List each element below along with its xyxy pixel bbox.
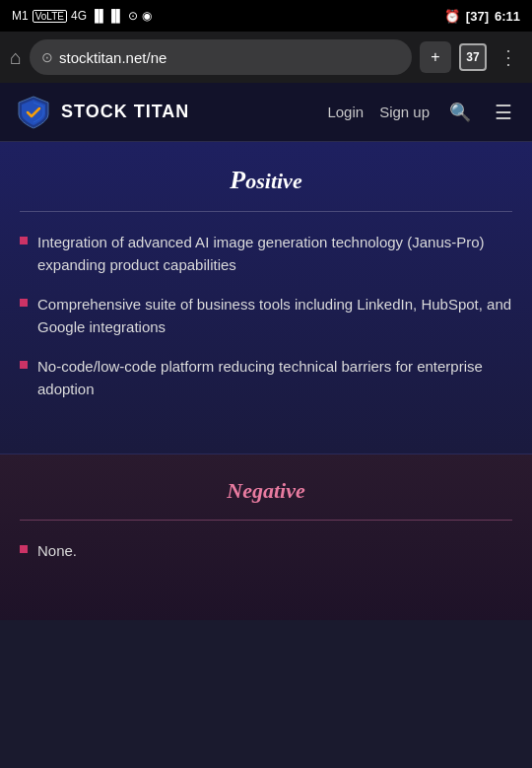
time-label: 6:11	[495, 9, 520, 24]
url-bar[interactable]: ⊙ stocktitan.net/ne	[30, 39, 412, 75]
positive-divider	[20, 211, 512, 212]
add-tab-button[interactable]: +	[420, 41, 451, 73]
negative-item-1: None.	[37, 540, 77, 563]
positive-bullet-list: Integration of advanced AI image generat…	[20, 232, 512, 400]
list-item: Integration of advanced AI image generat…	[20, 232, 512, 276]
bullet-icon	[20, 299, 28, 307]
site-header: STOCK TITAN Login Sign up 🔍 ☰	[0, 83, 532, 142]
bullet-icon	[20, 545, 28, 553]
negative-divider	[20, 520, 512, 521]
carrier-label: M1	[12, 9, 29, 23]
positive-title: Positive	[20, 166, 512, 195]
status-left: M1 VoLTE 4G ▐▌▐▌ ⊙ ◉	[12, 9, 152, 23]
signup-link[interactable]: Sign up	[379, 104, 430, 120]
tab-count-button[interactable]: 37	[459, 43, 487, 71]
positive-item-2: Comprehensive suite of business tools in…	[37, 294, 512, 338]
home-icon[interactable]: ⌂	[10, 46, 22, 69]
positive-section: Positive Integration of advanced AI imag…	[0, 142, 532, 454]
list-item: None.	[20, 540, 512, 563]
browser-bar: ⌂ ⊙ stocktitan.net/ne + 37 ⋮	[0, 32, 532, 83]
status-bar: M1 VoLTE 4G ▐▌▐▌ ⊙ ◉ ⏰ [37] 6:11	[0, 0, 532, 32]
main-content: Positive Integration of advanced AI imag…	[0, 142, 532, 620]
nav-links: Login Sign up 🔍 ☰	[327, 97, 516, 128]
site-info-icon: ⊙	[41, 49, 53, 65]
instagram-icon: ◉	[142, 9, 152, 23]
signal-icon: ▐▌▐▌	[91, 9, 124, 23]
alarm-icon: ⏰	[444, 9, 460, 24]
logo-text: STOCK TITAN	[61, 102, 189, 122]
more-options-button[interactable]: ⋮	[495, 41, 522, 73]
logo-container: STOCK TITAN	[16, 95, 327, 130]
logo-shield-icon	[16, 95, 51, 130]
network-label: 4G	[71, 9, 87, 23]
volte-label: VoLTE	[33, 10, 67, 23]
negative-bullet-list: None.	[20, 540, 512, 563]
negative-section: Negative None.	[0, 454, 532, 620]
status-right: ⏰ [37] 6:11	[444, 9, 520, 24]
positive-item-1: Integration of advanced AI image generat…	[37, 232, 512, 276]
list-item: No-code/low-code platform reducing techn…	[20, 356, 512, 400]
url-text[interactable]: stocktitan.net/ne	[59, 49, 400, 66]
negative-title: Negative	[20, 478, 512, 504]
list-item: Comprehensive suite of business tools in…	[20, 294, 512, 338]
wifi-icon: ⊙	[128, 9, 138, 23]
battery-indicator: [37]	[466, 9, 489, 24]
login-link[interactable]: Login	[327, 104, 364, 120]
bullet-icon	[20, 361, 28, 369]
bullet-icon	[20, 237, 28, 244]
search-icon[interactable]: 🔍	[445, 98, 475, 127]
positive-item-3: No-code/low-code platform reducing techn…	[37, 356, 512, 400]
hamburger-menu-icon[interactable]: ☰	[491, 97, 516, 128]
